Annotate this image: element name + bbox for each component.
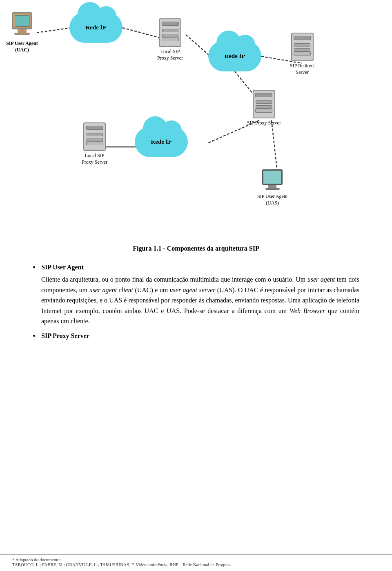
cloud-rede-ip-3: Rede IP xyxy=(135,127,188,157)
bullet-dot-1: • xyxy=(33,263,36,272)
local-proxy-1-server-icon xyxy=(159,18,181,47)
diagram-area: Rede IP Rede IP Rede IP SIP User Agent(U… xyxy=(0,0,392,233)
bullet-proxy-title: SIP Proxy Server xyxy=(41,332,89,340)
uac-base xyxy=(14,33,30,35)
content-area: Figura 1.1 - Componentes da arquitetura … xyxy=(0,233,392,357)
footer-area: * Adaptado do documento: TAROUCO, L.; FA… xyxy=(0,554,392,567)
cloud-2-label: Rede IP xyxy=(224,53,245,60)
svg-line-6 xyxy=(272,120,278,176)
bullet-user-agent-title: SIP User Agent xyxy=(41,264,359,271)
figure-caption: Figura 1.1 - Componentes da arquitetura … xyxy=(33,245,359,252)
uas-base xyxy=(265,188,280,190)
uac-screen xyxy=(15,15,29,27)
redirect-drive-slot-1 xyxy=(294,43,310,47)
node-sip-uas: SIP User Agent(UAS) xyxy=(257,169,287,206)
proxy-drive-slot-1 xyxy=(256,100,272,104)
svg-line-2 xyxy=(186,35,210,56)
drive-slot-1 xyxy=(162,29,178,32)
drive-slot-2 xyxy=(162,34,178,37)
uas-stand xyxy=(268,185,276,188)
bullet-user-agent-text: Cliente da arquitetura, ou o ponto final… xyxy=(41,274,359,327)
local-proxy-1-label: Local SIPProxy Server xyxy=(157,49,183,61)
bullet-proxy-content: SIP Proxy Server xyxy=(41,332,89,343)
uas-label: SIP User Agent(UAS) xyxy=(257,193,287,206)
local2-drive-slot-2 xyxy=(87,138,103,141)
uac-stand xyxy=(18,29,27,33)
node-sip-redirect: SIP RedirectServer xyxy=(290,33,315,76)
uas-computer-icon xyxy=(260,169,285,192)
proxy-drive-slot-2 xyxy=(256,105,272,109)
footer-note-2: TAROUCO, L.; FABRE, M.; GRANVILLE, L.; T… xyxy=(12,562,380,567)
uac-monitor xyxy=(12,12,32,29)
bullet-user-agent-content: SIP User Agent Cliente da arquitetura, o… xyxy=(41,264,359,327)
page-container: Rede IP Rede IP Rede IP SIP User Agent(U… xyxy=(0,0,392,571)
cloud-1-label: Rede IP xyxy=(85,24,106,31)
local-proxy-2-server-icon xyxy=(83,122,106,151)
bullet-item-sip-user-agent: • SIP User Agent Cliente da arquitetura,… xyxy=(33,264,359,327)
node-local-sip-proxy-1: Local SIPProxy Server xyxy=(157,18,183,61)
cloud-rede-ip-1: Rede IP xyxy=(69,12,122,43)
diagram-lines xyxy=(0,0,392,233)
uas-monitor xyxy=(262,169,283,185)
cloud-rede-ip-2: Rede IP xyxy=(208,41,261,71)
local2-drive-slot-1 xyxy=(87,133,103,136)
uac-label: SIP User Agent(UAC) xyxy=(6,40,38,53)
redirect-label: SIP RedirectServer xyxy=(290,63,315,76)
local-proxy-2-label: Local SIPProxy Server xyxy=(82,153,107,165)
bullet-item-sip-proxy: • SIP Proxy Server xyxy=(33,332,359,343)
redirect-server-icon xyxy=(291,33,314,61)
node-sip-proxy-server: SIP Proxy Server xyxy=(247,90,281,127)
proxy-server-label: SIP Proxy Server xyxy=(247,120,281,127)
proxy-server-icon xyxy=(253,90,275,118)
node-sip-uac: SIP User Agent(UAC) xyxy=(6,12,38,53)
cloud-3-label: Rede IP xyxy=(151,138,172,145)
svg-line-0 xyxy=(37,28,71,33)
redirect-drive-slot-2 xyxy=(294,48,310,51)
uac-computer-icon xyxy=(9,12,35,39)
node-local-sip-proxy-2: Local SIPProxy Server xyxy=(82,122,107,165)
bullet-dot-2: • xyxy=(33,331,36,341)
footer-note-1: * Adaptado do documento: xyxy=(12,557,380,562)
